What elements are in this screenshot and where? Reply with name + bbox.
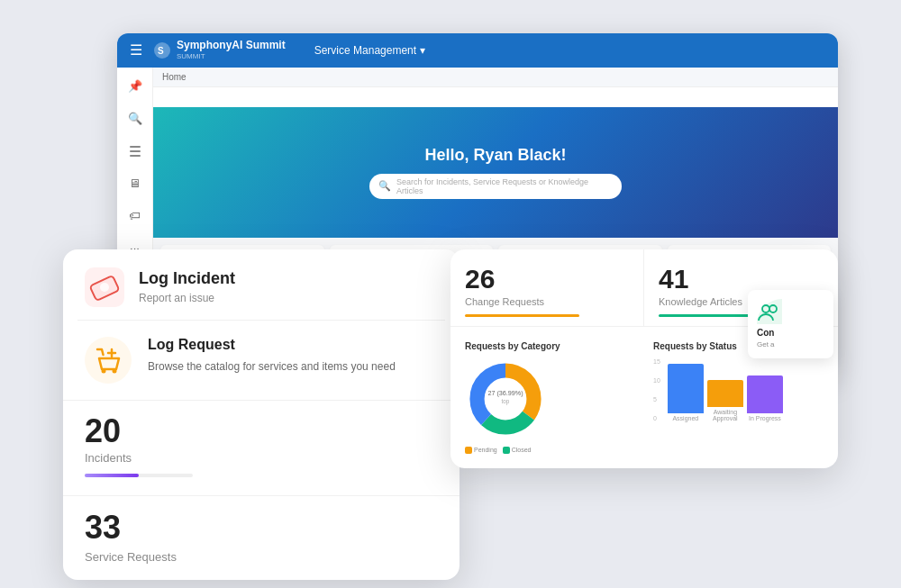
svg-point-20 <box>85 337 132 384</box>
svg-rect-3 <box>130 150 141 152</box>
contact-partial-card: Con Get a <box>748 290 833 358</box>
incidents-stat: 20 Incidents <box>85 415 193 477</box>
svg-point-19 <box>100 283 109 292</box>
svg-text:S: S <box>158 46 164 56</box>
svg-point-22 <box>113 368 117 373</box>
search-icon: 🔍 <box>378 180 391 192</box>
bar-awaiting-label: Awaiting Approval <box>707 409 743 421</box>
legend-closed: Closed <box>503 447 532 454</box>
logo-subtitle: SUMMIT <box>177 52 286 60</box>
change-requests-card: 26 Change Requests <box>450 249 644 326</box>
service-requests-section: 33 Service Requests <box>63 495 460 580</box>
bar-chart-wrapper: 15 10 5 0 Assigned Awaiting Approv <box>653 358 824 421</box>
incidents-progress-fill <box>85 474 139 477</box>
service-req-count: 33 <box>85 509 438 547</box>
svg-point-31 <box>757 299 782 324</box>
logo-text: SymphonyAI Summit <box>177 40 286 51</box>
log-incident-desc: Report an issue <box>139 292 235 304</box>
sidebar-icon-monitor[interactable]: 🖥 <box>125 174 145 194</box>
left-floating-panel: Log Incident Report an issue Log Request… <box>63 249 460 580</box>
breadcrumb: Home <box>162 72 187 82</box>
logo-area: S SymphonyAI Summit SUMMIT <box>153 40 286 59</box>
category-chart-container: Requests by Category 27 (36.99%) top <box>460 336 641 459</box>
bar-inprogress: In Progress <box>747 375 783 421</box>
sidebar-icon-pin[interactable]: 📌 <box>125 77 145 96</box>
browser-topbar: ☰ S SymphonyAI Summit SUMMIT Service Man… <box>117 33 838 68</box>
hero-greeting: Hello, Ryan Black! <box>424 146 566 165</box>
donut-legend: Pending Closed <box>465 447 635 454</box>
search-placeholder-text: Search for Incidents, Service Requests o… <box>396 177 613 195</box>
bar-assigned-label: Assigned <box>672 415 698 421</box>
cart-icon-container <box>85 337 132 384</box>
donut-chart-svg: 27 (36.99%) top <box>465 358 546 439</box>
bar-awaiting: Awaiting Approval <box>707 380 743 421</box>
search-bar[interactable]: 🔍 Search for Incidents, Service Requests… <box>369 174 622 199</box>
y-axis-labels: 15 10 5 0 <box>653 358 660 421</box>
bar-inprogress-label: In Progress <box>749 415 781 421</box>
log-request-desc: Browse the catalog for services and item… <box>148 358 396 375</box>
log-request-text: Log Request Browse the catalog for servi… <box>148 337 396 375</box>
legend-pending: Pending <box>465 447 497 454</box>
left-stats-row: 20 Incidents <box>63 401 460 495</box>
bar-awaiting-fill <box>707 380 743 407</box>
bar-chart-area: Assigned Awaiting Approval In Progress <box>664 358 787 421</box>
bar-inprogress-fill <box>747 375 783 413</box>
incidents-progress <box>85 474 193 477</box>
svg-rect-2 <box>130 146 141 148</box>
incident-text-area: Log Incident Report an issue <box>139 269 235 304</box>
log-incident-header: Log Incident Report an issue <box>63 249 460 320</box>
category-chart-title: Requests by Category <box>465 341 635 351</box>
sidebar-icon-search[interactable]: 🔍 <box>125 109 145 129</box>
con-card-desc: Get a <box>757 340 824 349</box>
change-requests-count: 26 <box>465 264 629 294</box>
change-requests-bar <box>465 314 579 317</box>
svg-text:top: top <box>502 398 510 405</box>
incidents-label: Incidents <box>85 451 193 465</box>
con-card-title: Con <box>757 328 824 338</box>
logo-icon: S <box>153 41 171 59</box>
log-incident-icon <box>85 267 124 307</box>
svg-point-21 <box>102 368 106 373</box>
people-icon-contact <box>757 299 782 324</box>
hamburger-icon[interactable]: ☰ <box>130 41 142 59</box>
change-requests-label: Change Requests <box>465 296 629 307</box>
nav-label[interactable]: Service Management ▾ <box>314 44 425 57</box>
hero-banner: Hello, Ryan Black! 🔍 Search for Incident… <box>153 107 838 238</box>
sidebar-icon-tag[interactable]: 🏷 <box>125 206 145 226</box>
bar-assigned-fill <box>668 364 704 413</box>
log-request-section: Log Request Browse the catalog for servi… <box>63 321 460 401</box>
scene: ☰ S SymphonyAI Summit SUMMIT Service Man… <box>63 33 838 556</box>
log-request-title: Log Request <box>148 337 396 353</box>
cart-svg-large <box>85 337 132 384</box>
bar-assigned: Assigned <box>668 364 704 421</box>
sidebar-icon-list[interactable] <box>125 141 145 161</box>
breadcrumb-bar: Home <box>153 68 838 87</box>
right-floating-panel: 26 Change Requests 41 Knowledge Articles… <box>450 249 838 468</box>
service-req-label: Service Requests <box>85 550 438 564</box>
ticket-svg <box>86 269 123 305</box>
svg-text:27 (36.99%): 27 (36.99%) <box>487 389 523 397</box>
knowledge-articles-bar <box>659 314 758 317</box>
incidents-count: 20 <box>85 415 193 448</box>
log-incident-title: Log Incident <box>139 269 235 288</box>
svg-rect-4 <box>130 155 141 157</box>
